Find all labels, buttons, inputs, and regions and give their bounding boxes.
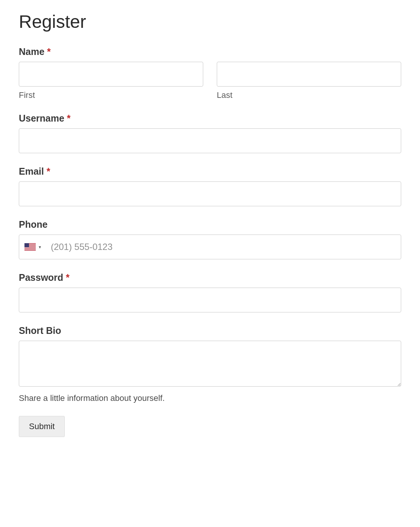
required-asterisk: * <box>67 113 71 123</box>
svg-rect-5 <box>24 248 36 249</box>
bio-label-text: Short Bio <box>19 325 61 336</box>
password-input[interactable] <box>19 288 401 312</box>
last-name-input[interactable] <box>217 62 401 87</box>
name-field-group: Name * First Last <box>19 46 401 100</box>
submit-button[interactable]: Submit <box>19 416 65 437</box>
name-label: Name * <box>19 46 401 57</box>
last-name-sublabel: Last <box>217 90 401 100</box>
email-label: Email * <box>19 166 401 177</box>
username-label-text: Username <box>19 113 64 123</box>
page-title: Register <box>19 11 401 32</box>
username-field-group: Username * <box>19 113 401 153</box>
password-label: Password * <box>19 272 401 283</box>
required-asterisk: * <box>66 272 70 283</box>
bio-field-group: Short Bio Share a little information abo… <box>19 325 401 403</box>
username-label: Username * <box>19 113 401 124</box>
required-asterisk: * <box>47 46 51 57</box>
chevron-down-icon: ▼ <box>38 245 42 249</box>
register-form: Name * First Last Username * Email * <box>19 46 401 437</box>
name-row: First Last <box>19 62 401 100</box>
us-flag-icon <box>24 243 36 251</box>
bio-textarea[interactable] <box>19 341 401 387</box>
phone-input-wrapper: ▼ <box>19 235 401 259</box>
password-field-group: Password * <box>19 272 401 312</box>
svg-rect-6 <box>24 250 36 250</box>
required-asterisk: * <box>47 166 50 177</box>
password-label-text: Password <box>19 272 63 283</box>
email-field-group: Email * <box>19 166 401 206</box>
name-label-text: Name <box>19 46 44 57</box>
bio-label: Short Bio <box>19 325 401 336</box>
first-name-sublabel: First <box>19 90 203 100</box>
username-input[interactable] <box>19 128 401 153</box>
phone-label-text: Phone <box>19 219 47 230</box>
last-name-col: Last <box>217 62 401 100</box>
svg-rect-4 <box>24 247 36 248</box>
country-flag-selector[interactable]: ▼ <box>19 235 46 259</box>
first-name-col: First <box>19 62 203 100</box>
email-label-text: Email <box>19 166 44 177</box>
email-input[interactable] <box>19 181 401 206</box>
phone-label: Phone <box>19 219 401 230</box>
bio-help-text: Share a little information about yoursel… <box>19 393 401 403</box>
first-name-input[interactable] <box>19 62 203 87</box>
phone-field-group: Phone ▼ <box>19 219 401 259</box>
svg-rect-7 <box>24 243 29 247</box>
phone-input[interactable] <box>46 235 401 259</box>
